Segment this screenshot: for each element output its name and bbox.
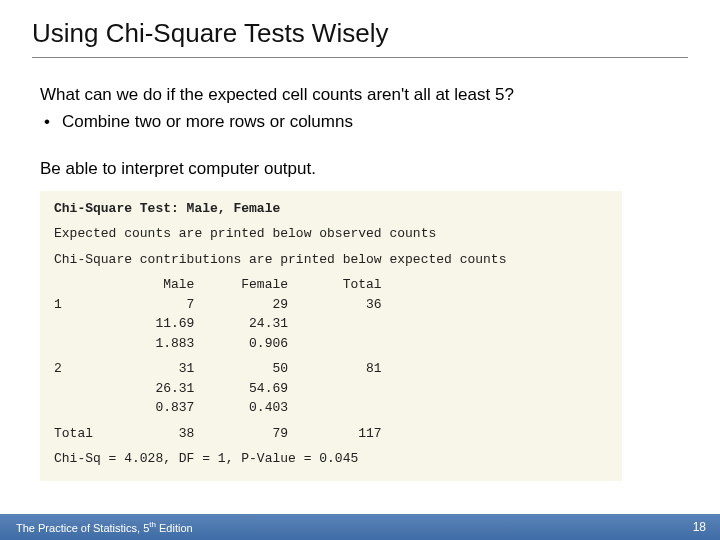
interpret-text: Be able to interpret computer output.: [40, 158, 680, 181]
page-number: 18: [693, 520, 706, 534]
edition-ordinal: th: [149, 520, 156, 529]
output-chisq-line: Chi-Sq = 4.028, DF = 1, P-Value = 0.045: [54, 449, 608, 469]
output-row: 0.837 0.403: [54, 398, 608, 418]
book-title-part-b: Edition: [156, 522, 193, 534]
output-note: Expected counts are printed below observ…: [54, 224, 608, 244]
output-note: Chi-Square contributions are printed bel…: [54, 250, 608, 270]
bullet-list: Combine two or more rows or columns: [44, 111, 680, 134]
output-header-row: Male Female Total: [54, 275, 608, 295]
output-heading: Chi-Square Test: Male, Female: [54, 199, 608, 219]
book-title-part-a: The Practice of Statistics, 5: [16, 522, 149, 534]
output-row: 2 31 50 81: [54, 359, 608, 379]
output-row: 26.31 54.69: [54, 379, 608, 399]
footer-bar: The Practice of Statistics, 5th Edition …: [0, 514, 720, 540]
slide-title: Using Chi-Square Tests Wisely: [32, 18, 688, 55]
output-row: 1 7 29 36: [54, 295, 608, 315]
computer-output: Chi-Square Test: Male, Female Expected c…: [40, 191, 622, 481]
slide: Using Chi-Square Tests Wisely What can w…: [0, 0, 720, 540]
output-total-row: Total 38 79 117: [54, 424, 608, 444]
content-area: What can we do if the expected cell coun…: [0, 62, 720, 481]
book-title: The Practice of Statistics, 5th Edition: [16, 520, 193, 534]
output-row: 1.883 0.906: [54, 334, 608, 354]
bullet-item: Combine two or more rows or columns: [44, 111, 680, 134]
title-rule: [32, 57, 688, 58]
title-block: Using Chi-Square Tests Wisely: [0, 0, 720, 62]
output-row: 11.69 24.31: [54, 314, 608, 334]
question-text: What can we do if the expected cell coun…: [40, 84, 680, 107]
